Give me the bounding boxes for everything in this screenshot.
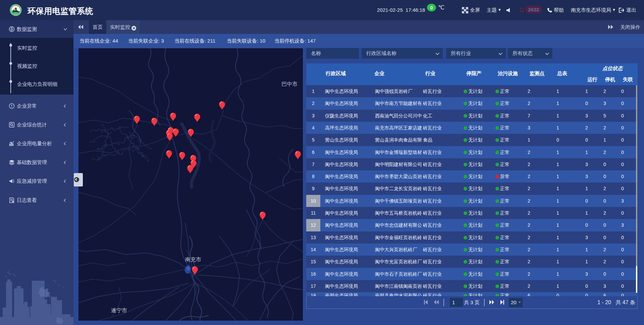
- svg-text:环境监测: 环境监测: [13, 13, 18, 15]
